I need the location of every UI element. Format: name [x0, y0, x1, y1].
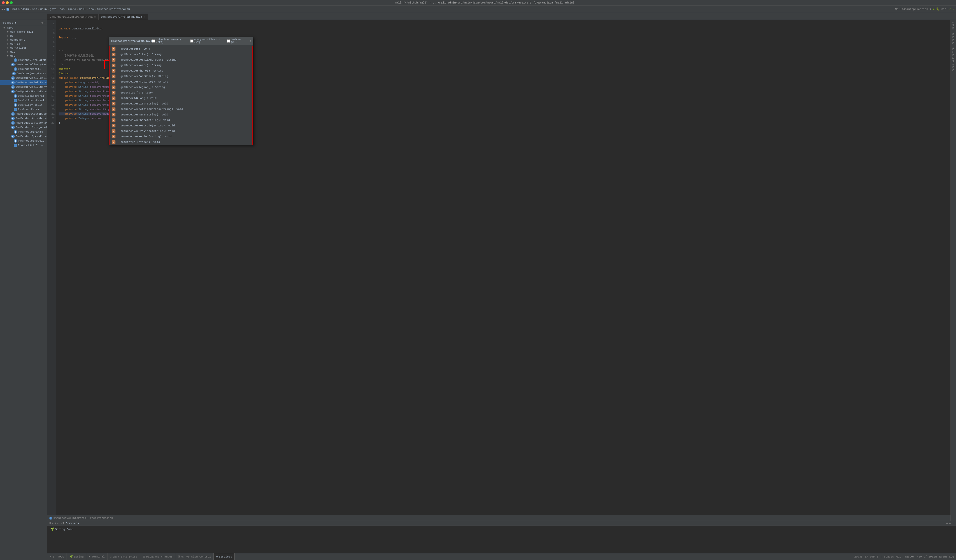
breadcrumb-class-icon: C — [49, 517, 52, 520]
panel-icon-6[interactable]: ▼ — [63, 522, 64, 525]
ac-item-getReceiverProvince[interactable]: m getReceiverProvince(): String — [110, 79, 252, 85]
ac-item-setStatus[interactable]: m setStatus(Integer): void — [110, 139, 252, 145]
tree-item-config[interactable]: ▶ config — [0, 42, 47, 46]
lambdas-checkbox[interactable]: Lambdas (⌘L) — [227, 38, 248, 44]
ac-item-getStatus[interactable]: m getStatus(): Integer — [110, 90, 252, 96]
vc-icon: ⑨ — [178, 555, 180, 558]
tree-item-OssCallbackParam[interactable]: C OssCallbackParam — [0, 94, 47, 98]
db-label: Database Changes — [146, 555, 173, 558]
ac-item-getReceiverDetailAddress[interactable]: m getReceiverDetailAddress(): String — [110, 57, 252, 63]
tree-item-OssPolicyResult[interactable]: C OssPolicyResult — [0, 103, 47, 107]
tab-OmsReceiverInfoParam[interactable]: OmsReceiverInfoParam.java ✕ — [99, 14, 148, 20]
maximize-button[interactable] — [10, 1, 13, 4]
ac-item-getReceiverPostCode[interactable]: m getReceiverPostCode(): String — [110, 74, 252, 79]
tab-services[interactable]: ⚙ Services — [214, 553, 234, 560]
panel-settings-icon[interactable]: ⚙ — [946, 522, 948, 525]
autocomplete-settings-icon[interactable]: ⚙ — [249, 39, 251, 42]
close-button[interactable] — [2, 1, 5, 4]
sidebar-collapse-icon[interactable]: – — [44, 21, 46, 24]
ac-item-getReceiverName[interactable]: m getReceiverName(): String — [110, 63, 252, 68]
tree-item-OmsOrderDeliveryParam[interactable]: C OmsOrderDeliveryParam — [0, 62, 47, 67]
tree-item-OmsReturnApplyResult[interactable]: C OmsReturnApplyResult — [0, 76, 47, 80]
class-icon: C — [11, 81, 15, 84]
tree-item-controller[interactable]: ▶ controller — [0, 46, 47, 50]
ac-item-setOrderId[interactable]: m setOrderId(Long): void — [110, 96, 252, 101]
tree-item-PmsProductAttributeParam[interactable]: C PmsProductAttributeParam — [0, 116, 47, 121]
panel-icon-1[interactable]: ≡ — [49, 522, 51, 525]
class-icon: C — [12, 72, 16, 75]
tree-item-OmsReturnApplyQueryParam[interactable]: C OmsReturnApplyQueryParam — [0, 85, 47, 89]
nav-bar: ◀ ▶ m › mall-admin › src › main › java ›… — [0, 5, 956, 13]
ac-item-setReceiverName[interactable]: m setReceiverName(String): void — [110, 112, 252, 118]
tree-item-OmsMoneyInfoParam[interactable]: C OmsMoneyInfoParam — [0, 58, 47, 62]
tab-terminal[interactable]: ▶ Terminal — [86, 553, 107, 560]
tab-spring[interactable]: 🌱 Spring — [67, 553, 86, 560]
minimize-button[interactable] — [6, 1, 9, 4]
panel-icon-4[interactable]: ◁ — [57, 522, 59, 525]
tree-item-component[interactable]: ▶ component — [0, 38, 47, 42]
tree-item-bo[interactable]: ▶ bo — [0, 34, 47, 38]
anonymous-classes-input[interactable] — [190, 39, 193, 42]
tab-database-changes[interactable]: 🗄 Database Changes — [140, 553, 176, 560]
tree-item-PmsBrandParam[interactable]: C PmsBrandParam — [0, 107, 47, 112]
ac-item-getReceiverRegion[interactable]: m getReceiverRegion(): String — [110, 85, 252, 90]
ac-item-setReceiverProvince[interactable]: m setReceiverProvince(String): void — [110, 128, 252, 134]
tab-todo[interactable]: ⚡ 6: TODO — [47, 553, 67, 560]
ac-item-getReceiverPhone[interactable]: m getReceiverPhone(): String — [110, 68, 252, 74]
panel-icon-2[interactable]: ⇅ — [52, 522, 54, 525]
sidebar-settings-icon[interactable]: ⚙ — [41, 21, 43, 24]
panel-icon-5[interactable]: ▷ — [60, 522, 61, 525]
event-log-label[interactable]: Event Log — [939, 555, 954, 558]
git-check2[interactable]: ✓ — [953, 7, 954, 11]
terminal-label: Terminal — [91, 555, 105, 558]
tree-item-PmsProductParam[interactable]: C PmsProductParam — [0, 130, 47, 134]
tab-close-active-icon[interactable]: ✕ — [144, 16, 145, 19]
expand-icon: ▼ — [7, 55, 9, 57]
right-tab-maven[interactable]: Maven — [951, 21, 955, 30]
expand-icon: ▶ — [7, 50, 9, 53]
tree-item-OmsUpdateStatusParam[interactable]: C OmsUpdateStatusParam — [0, 89, 47, 94]
expand-icon: ▶ — [7, 42, 9, 46]
ac-item-getReceiverCity[interactable]: m getReceiverCity(): String — [110, 52, 252, 57]
tree-item-java[interactable]: ▼ java — [0, 26, 47, 30]
ac-item-setReceiverPhone[interactable]: m setReceiverPhone(String): void — [110, 118, 252, 123]
debug-button[interactable]: 🐛 — [936, 7, 940, 11]
anonymous-classes-checkbox[interactable]: Anonymous Classes (⌘I) — [190, 38, 225, 44]
inherited-members-input[interactable] — [152, 39, 155, 42]
class-icon: C — [14, 99, 17, 102]
ac-item-setReceiverCity[interactable]: m setReceiverCity(String): void — [110, 101, 252, 107]
spring-boot-item[interactable]: 🌱 Spring Boot — [49, 527, 954, 532]
lambdas-input[interactable] — [227, 39, 230, 42]
tree-item-PmsProductCategoryParam[interactable]: C PmsProductCategoryParam — [0, 121, 47, 125]
panel-minimize-icon[interactable]: – — [952, 522, 954, 525]
tree-item-dto[interactable]: ▼ dto — [0, 54, 47, 58]
panel-icon-3[interactable]: ⊞ — [55, 522, 57, 525]
tree-item-dao[interactable]: ▶ dao — [0, 50, 47, 54]
tree-item-OssCallbackResult[interactable]: C OssCallbackResult — [0, 98, 47, 103]
tree-item-PmsProductCategoryWithChildr[interactable]: C PmsProductCategoryWithChildr — [0, 125, 47, 130]
ac-item-setReceiverDetailAddress[interactable]: m setReceiverDetailAddress(String): void — [110, 107, 252, 112]
tree-item-PmsProductAttributeCategoryIt[interactable]: C PmsProductAttributeCategoryIt — [0, 112, 47, 116]
tab-OmsOrderDeliveryParam[interactable]: OmsOrderDeliveryParam.java ✕ — [47, 14, 99, 20]
inherited-members-checkbox[interactable]: Inherited members (^F3) — [152, 38, 188, 44]
ac-item-setReceiverRegion[interactable]: m setReceiverRegion(String): void — [110, 134, 252, 139]
tree-item-OmsOrderDetail[interactable]: C OmsOrderDetail — [0, 67, 47, 71]
tree-item-OmsReceiverInfoParam[interactable]: C OmsReceiverInfoParam — [0, 80, 47, 85]
tab-close-icon[interactable]: ✕ — [94, 16, 96, 19]
right-tab-database[interactable]: Database — [951, 31, 955, 46]
tree-item-ProductAttrInfo[interactable]: C ProductAttrInfo — [0, 143, 47, 148]
tab-java-enterprise[interactable]: ☕ Java Enterprise — [107, 553, 140, 560]
tree-item-PmsProductQueryParam[interactable]: C PmsProductQueryParam — [0, 134, 47, 138]
tree-item-com-macro-mall[interactable]: ▼ com.macro.mall — [0, 30, 47, 34]
class-icon: C — [14, 139, 17, 143]
ac-item-setReceiverPostCode[interactable]: m setReceiverPostCode(String): void — [110, 123, 252, 128]
ac-item-getOrderId[interactable]: m getOrderId(): Long — [110, 46, 252, 52]
run-button[interactable]: ▶ — [933, 7, 934, 11]
git-check[interactable]: ✓ — [950, 7, 951, 11]
panel-gear-icon[interactable]: ⚙ — [949, 522, 951, 525]
tree-item-OmsOrderQueryParam[interactable]: C OmsOrderQueryParam — [0, 71, 47, 76]
expand-icon: ▶ — [7, 46, 9, 49]
tab-version-control[interactable]: ⑨ 9: Version Control — [175, 553, 214, 560]
right-tab-param-validation[interactable]: Param Validation — [951, 46, 955, 72]
tree-item-PmsProductResult[interactable]: C PmsProductResult — [0, 138, 47, 143]
